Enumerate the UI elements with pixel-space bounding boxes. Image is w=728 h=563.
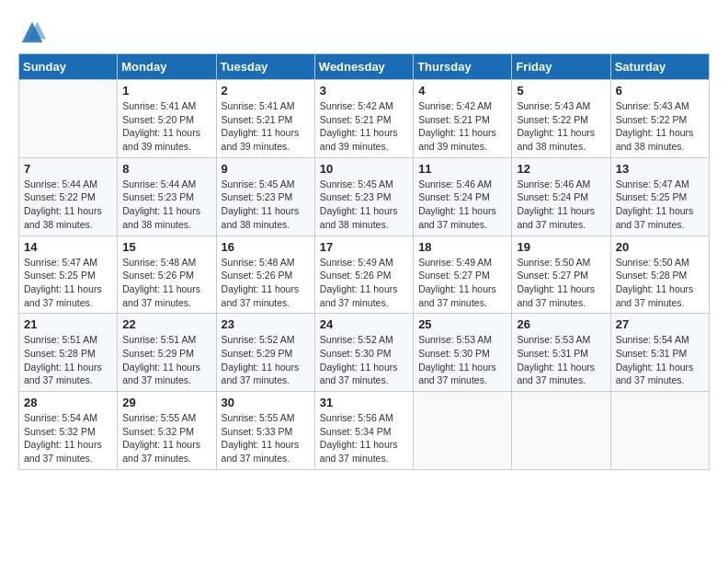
day-info: Sunrise: 5:45 AMSunset: 5:23 PMDaylight:… xyxy=(222,178,310,232)
calendar-week-4: 21Sunrise: 5:51 AMSunset: 5:28 PMDayligh… xyxy=(19,314,710,392)
day-number: 3 xyxy=(320,84,408,98)
calendar-cell xyxy=(19,80,118,158)
calendar-cell: 22Sunrise: 5:51 AMSunset: 5:29 PMDayligh… xyxy=(118,314,216,392)
calendar-cell: 14Sunrise: 5:47 AMSunset: 5:25 PMDayligh… xyxy=(19,236,118,314)
day-info: Sunrise: 5:52 AMSunset: 5:30 PMDaylight:… xyxy=(320,333,408,387)
logo xyxy=(18,18,50,46)
calendar-cell: 17Sunrise: 5:49 AMSunset: 5:26 PMDayligh… xyxy=(314,236,413,314)
calendar-cell: 3Sunrise: 5:42 AMSunset: 5:21 PMDaylight… xyxy=(314,80,413,158)
day-number: 27 xyxy=(616,317,704,331)
day-number: 1 xyxy=(122,84,210,98)
day-number: 26 xyxy=(517,317,605,331)
calendar-cell xyxy=(414,392,512,470)
day-info: Sunrise: 5:50 AMSunset: 5:27 PMDaylight:… xyxy=(517,256,605,310)
calendar-cell: 19Sunrise: 5:50 AMSunset: 5:27 PMDayligh… xyxy=(512,236,610,314)
day-number: 22 xyxy=(122,317,210,331)
day-info: Sunrise: 5:44 AMSunset: 5:22 PMDaylight:… xyxy=(24,178,112,232)
day-number: 6 xyxy=(616,84,704,98)
header-thursday: Thursday xyxy=(414,54,512,80)
day-info: Sunrise: 5:53 AMSunset: 5:30 PMDaylight:… xyxy=(418,333,506,387)
day-info: Sunrise: 5:44 AMSunset: 5:23 PMDaylight:… xyxy=(122,178,210,232)
day-number: 21 xyxy=(24,317,112,331)
calendar-cell: 2Sunrise: 5:41 AMSunset: 5:21 PMDaylight… xyxy=(216,80,314,158)
header-wednesday: Wednesday xyxy=(314,54,413,80)
header-monday: Monday xyxy=(118,54,216,80)
calendar-cell: 25Sunrise: 5:53 AMSunset: 5:30 PMDayligh… xyxy=(414,314,512,392)
day-info: Sunrise: 5:50 AMSunset: 5:28 PMDaylight:… xyxy=(616,256,704,310)
day-info: Sunrise: 5:47 AMSunset: 5:25 PMDaylight:… xyxy=(24,256,112,310)
calendar-cell: 23Sunrise: 5:52 AMSunset: 5:29 PMDayligh… xyxy=(216,314,314,392)
day-info: Sunrise: 5:49 AMSunset: 5:27 PMDaylight:… xyxy=(418,256,506,310)
day-info: Sunrise: 5:45 AMSunset: 5:23 PMDaylight:… xyxy=(320,178,408,232)
day-info: Sunrise: 5:42 AMSunset: 5:21 PMDaylight:… xyxy=(418,99,506,154)
day-info: Sunrise: 5:51 AMSunset: 5:29 PMDaylight:… xyxy=(122,333,210,387)
day-number: 24 xyxy=(320,317,408,331)
calendar-cell: 27Sunrise: 5:54 AMSunset: 5:31 PMDayligh… xyxy=(610,314,709,392)
calendar-cell: 29Sunrise: 5:55 AMSunset: 5:32 PMDayligh… xyxy=(118,392,216,470)
day-number: 7 xyxy=(24,162,112,176)
day-info: Sunrise: 5:51 AMSunset: 5:28 PMDaylight:… xyxy=(24,333,112,387)
day-info: Sunrise: 5:43 AMSunset: 5:22 PMDaylight:… xyxy=(517,99,605,154)
calendar-cell: 8Sunrise: 5:44 AMSunset: 5:23 PMDaylight… xyxy=(118,157,216,236)
day-info: Sunrise: 5:41 AMSunset: 5:20 PMDaylight:… xyxy=(122,99,210,154)
calendar-cell: 18Sunrise: 5:49 AMSunset: 5:27 PMDayligh… xyxy=(414,236,512,314)
calendar-cell: 4Sunrise: 5:42 AMSunset: 5:21 PMDaylight… xyxy=(414,80,512,158)
page-header xyxy=(18,18,710,46)
calendar-table: SundayMondayTuesdayWednesdayThursdayFrid… xyxy=(18,53,710,470)
calendar-cell: 6Sunrise: 5:43 AMSunset: 5:22 PMDaylight… xyxy=(610,80,709,158)
day-info: Sunrise: 5:46 AMSunset: 5:24 PMDaylight:… xyxy=(418,178,506,232)
calendar-week-1: 1Sunrise: 5:41 AMSunset: 5:20 PMDaylight… xyxy=(19,80,710,158)
calendar-week-3: 14Sunrise: 5:47 AMSunset: 5:25 PMDayligh… xyxy=(19,236,710,314)
calendar-week-5: 28Sunrise: 5:54 AMSunset: 5:32 PMDayligh… xyxy=(19,392,710,470)
day-info: Sunrise: 5:46 AMSunset: 5:24 PMDaylight:… xyxy=(517,178,605,232)
day-number: 19 xyxy=(517,240,605,254)
day-number: 13 xyxy=(616,162,704,176)
header-sunday: Sunday xyxy=(19,54,118,80)
calendar-cell: 31Sunrise: 5:56 AMSunset: 5:34 PMDayligh… xyxy=(314,392,413,470)
day-info: Sunrise: 5:48 AMSunset: 5:26 PMDaylight:… xyxy=(122,256,210,310)
calendar-cell: 30Sunrise: 5:55 AMSunset: 5:33 PMDayligh… xyxy=(216,392,314,470)
calendar-cell xyxy=(512,392,610,470)
calendar-cell xyxy=(610,392,709,470)
day-number: 28 xyxy=(24,396,112,409)
calendar-header-row: SundayMondayTuesdayWednesdayThursdayFrid… xyxy=(19,54,710,80)
calendar-cell: 15Sunrise: 5:48 AMSunset: 5:26 PMDayligh… xyxy=(118,236,216,314)
day-number: 14 xyxy=(24,240,112,254)
day-number: 29 xyxy=(122,396,210,409)
day-number: 31 xyxy=(320,396,408,409)
day-info: Sunrise: 5:56 AMSunset: 5:34 PMDaylight:… xyxy=(320,411,408,465)
calendar-cell: 11Sunrise: 5:46 AMSunset: 5:24 PMDayligh… xyxy=(414,157,512,236)
day-info: Sunrise: 5:47 AMSunset: 5:25 PMDaylight:… xyxy=(616,178,704,232)
calendar-cell: 28Sunrise: 5:54 AMSunset: 5:32 PMDayligh… xyxy=(19,392,118,470)
day-number: 18 xyxy=(418,240,506,254)
day-info: Sunrise: 5:43 AMSunset: 5:22 PMDaylight:… xyxy=(616,99,704,154)
calendar-cell: 20Sunrise: 5:50 AMSunset: 5:28 PMDayligh… xyxy=(610,236,709,314)
calendar-cell: 12Sunrise: 5:46 AMSunset: 5:24 PMDayligh… xyxy=(512,157,610,236)
calendar-cell: 21Sunrise: 5:51 AMSunset: 5:28 PMDayligh… xyxy=(19,314,118,392)
day-info: Sunrise: 5:52 AMSunset: 5:29 PMDaylight:… xyxy=(222,333,310,387)
day-info: Sunrise: 5:53 AMSunset: 5:31 PMDaylight:… xyxy=(517,333,605,387)
calendar-cell: 13Sunrise: 5:47 AMSunset: 5:25 PMDayligh… xyxy=(610,157,709,236)
day-number: 15 xyxy=(122,240,210,254)
day-number: 16 xyxy=(222,240,310,254)
day-number: 8 xyxy=(122,162,210,176)
day-info: Sunrise: 5:54 AMSunset: 5:32 PMDaylight:… xyxy=(24,411,112,465)
day-number: 10 xyxy=(320,162,408,176)
calendar-cell: 16Sunrise: 5:48 AMSunset: 5:26 PMDayligh… xyxy=(216,236,314,314)
header-friday: Friday xyxy=(512,54,610,80)
day-number: 17 xyxy=(320,240,408,254)
day-info: Sunrise: 5:48 AMSunset: 5:26 PMDaylight:… xyxy=(222,256,310,310)
day-info: Sunrise: 5:54 AMSunset: 5:31 PMDaylight:… xyxy=(616,333,704,387)
day-number: 2 xyxy=(222,84,310,98)
calendar-cell: 7Sunrise: 5:44 AMSunset: 5:22 PMDaylight… xyxy=(19,157,118,236)
header-saturday: Saturday xyxy=(610,54,709,80)
day-number: 4 xyxy=(418,84,506,98)
day-info: Sunrise: 5:49 AMSunset: 5:26 PMDaylight:… xyxy=(320,256,408,310)
day-number: 5 xyxy=(517,84,605,98)
day-number: 25 xyxy=(418,317,506,331)
day-info: Sunrise: 5:55 AMSunset: 5:33 PMDaylight:… xyxy=(222,411,310,465)
calendar-cell: 10Sunrise: 5:45 AMSunset: 5:23 PMDayligh… xyxy=(314,157,413,236)
day-number: 30 xyxy=(222,396,310,409)
day-info: Sunrise: 5:42 AMSunset: 5:21 PMDaylight:… xyxy=(320,99,408,154)
day-number: 20 xyxy=(616,240,704,254)
